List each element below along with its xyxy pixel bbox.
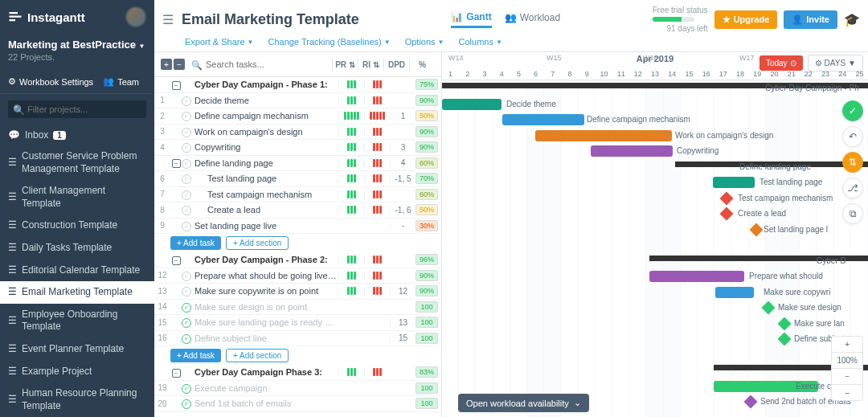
task-row[interactable]: −Cyber Day Campaign - Phase 2:96%: [154, 252, 441, 268]
search-tasks-input[interactable]: [190, 57, 327, 72]
bar-label: Work on campaign's design: [675, 131, 773, 140]
sidebar-project-item[interactable]: ☰Customer Service Problem Management Tem…: [0, 145, 154, 180]
task-row[interactable]: 6✓Test landing page-1, 570%: [154, 171, 441, 187]
sidebar-project-item[interactable]: ☰Email Marketing Template: [0, 281, 154, 304]
task-row[interactable]: −Cyber Day Campaign - Phase 1:75%: [154, 77, 441, 93]
progress-badge: 90%: [416, 95, 438, 106]
bar-label: Define landing page: [739, 162, 811, 171]
days-scale-button[interactable]: ⚙DAYS ▼: [808, 55, 863, 72]
sidebar-project-item[interactable]: ☰Construction Template: [0, 215, 154, 237]
inbox-link[interactable]: 💬 Inbox 1: [0, 125, 154, 145]
sidebar-project-item[interactable]: ☰Editorial Calendar Template: [0, 260, 154, 282]
list-icon: ☰: [8, 157, 17, 170]
list-icon: ☰: [8, 219, 17, 232]
check-circle-icon: ✓: [182, 334, 191, 344]
gantt-bar[interactable]: [715, 287, 754, 298]
collapse-icon[interactable]: −: [172, 256, 181, 265]
gantt-bar[interactable]: [713, 177, 755, 188]
workload-chip[interactable]: Open workload availability⌄: [458, 394, 589, 412]
gantt-bar[interactable]: [502, 114, 584, 125]
export-share-menu[interactable]: Export & Share▼: [185, 37, 254, 47]
sidebar-project-item[interactable]: ☰Example Project: [0, 361, 154, 383]
task-row[interactable]: 15✓Make sure landing page is ready an...…: [154, 315, 441, 331]
collapse-icon[interactable]: −: [172, 81, 181, 90]
gantt-bar[interactable]: [649, 271, 744, 282]
graduation-icon[interactable]: 🎓: [844, 12, 860, 27]
upgrade-button[interactable]: ★Upgrade: [714, 10, 778, 29]
task-name: Make sure landing page is ready an...: [193, 317, 338, 327]
check-circle-icon: ✓: [182, 318, 191, 328]
task-row[interactable]: 16✓Define subject line15100: [154, 331, 441, 347]
today-button[interactable]: Today⊙: [760, 55, 803, 71]
sidebar-project-item[interactable]: ☰Human Resource Planning Template: [0, 382, 154, 417]
task-row[interactable]: 4✓Copywriting390%: [154, 140, 441, 156]
task-row[interactable]: 12✓Prepare what should be going live fi.…: [154, 268, 441, 284]
check-circle-icon: ✓: [182, 206, 191, 215]
copy-button[interactable]: ⧉: [842, 203, 863, 224]
undo-button[interactable]: ↶: [842, 126, 863, 147]
task-row[interactable]: 1✓Decide theme90%: [154, 93, 441, 109]
sidebar-project-item[interactable]: ☰Event Planner Template: [0, 338, 154, 361]
gantt-bar[interactable]: [535, 130, 672, 141]
sidebar-tools: ⚙Workbook Settings 👥Team: [0, 70, 154, 94]
sidebar-project-item[interactable]: ☰Client Management Template: [0, 180, 154, 215]
add-button[interactable]: +: [161, 59, 172, 70]
sidebar-project-item[interactable]: ☰Employee Onboarding Template: [0, 304, 154, 338]
zoom-in[interactable]: +: [832, 337, 862, 353]
tab-workload[interactable]: 👥Workload: [505, 12, 560, 27]
topbar: ☰ Email Marketing Template 📊Gantt 👥Workl…: [154, 0, 868, 35]
task-row[interactable]: −Cyber Day Campaign Phase 3:83%: [154, 365, 441, 381]
task-row[interactable]: 13✓Make sure copywrite is on point1290%: [154, 284, 441, 300]
check-button[interactable]: ✓: [842, 100, 863, 121]
add-task-button[interactable]: + Add task: [170, 236, 221, 250]
sort-button[interactable]: ⇅: [842, 152, 863, 173]
col-pr[interactable]: PR ⇅: [332, 58, 358, 72]
gantt-bar[interactable]: [442, 99, 502, 110]
avatar[interactable]: [125, 6, 146, 27]
task-row[interactable]: −✓Define landing page460%: [154, 156, 441, 172]
team-link[interactable]: 👥Team: [103, 76, 139, 87]
options-menu[interactable]: Options▼: [405, 37, 444, 47]
add-section-button[interactable]: + Add section: [226, 349, 289, 362]
task-row[interactable]: 19✓Execute campaign100: [154, 381, 441, 397]
zoom-reset[interactable]: –: [832, 385, 862, 400]
task-name: Execute campaign: [193, 383, 338, 393]
sidebar-project-item[interactable]: ☰Daily Tasks Template: [0, 237, 154, 260]
task-row[interactable]: 14✓Make sure design is on point100: [154, 300, 441, 316]
gantt-bar[interactable]: [591, 145, 673, 157]
task-row[interactable]: 7✓Test campaign mechanism60%: [154, 187, 441, 203]
collapse-button[interactable]: −: [174, 59, 185, 70]
add-task-button[interactable]: + Add task: [170, 349, 221, 362]
inbox-count: 1: [53, 131, 66, 140]
task-row[interactable]: 2✓Define campaign mechanism150%: [154, 108, 441, 125]
add-section-button[interactable]: + Add section: [226, 236, 289, 250]
task-row[interactable]: 9✓Set landing page live-30%: [154, 219, 441, 235]
task-row[interactable]: 3✓Work on campaign's design90%: [154, 125, 441, 141]
col-ri[interactable]: RI ⇅: [358, 58, 383, 72]
change-tracking-menu[interactable]: Change Tracking (Baselines)▼: [268, 37, 391, 47]
progress-badge: 90%: [416, 285, 438, 296]
task-name: Define subject line: [193, 333, 338, 343]
workbook-settings-link[interactable]: ⚙Workbook Settings: [8, 76, 93, 87]
col-pct[interactable]: %: [409, 58, 435, 72]
list-icon: ☰: [8, 315, 17, 328]
collapse-icon[interactable]: −: [172, 369, 181, 378]
task-row[interactable]: 8✓Create a lead-1, 650%: [154, 202, 441, 219]
list-icon: ☰: [8, 286, 17, 299]
invite-button[interactable]: 👤Invite: [784, 10, 837, 29]
gantt-chart[interactable]: W14W15W16W17 Apr 2019 123456789101112131…: [442, 52, 868, 417]
collapse-icon[interactable]: −: [172, 159, 181, 168]
bar-label: Make sure design: [778, 303, 841, 312]
progress-badge: 83%: [416, 366, 438, 378]
col-dpd[interactable]: DPD: [383, 58, 409, 72]
tab-gantt[interactable]: 📊Gantt: [451, 11, 491, 28]
filter-projects-input[interactable]: [8, 100, 146, 118]
columns-menu[interactable]: Columns▼: [459, 37, 502, 47]
hamburger-icon[interactable]: ☰: [162, 12, 174, 27]
svg-rect-0: [10, 12, 18, 14]
project-switcher[interactable]: Marketing at BestPractice ▼ 22 Projects.: [0, 34, 154, 70]
chevron-down-icon: ▼: [139, 43, 145, 50]
task-row[interactable]: 20✓Send 1st batch of emails100: [154, 396, 441, 412]
zoom-out[interactable]: −: [832, 369, 862, 385]
branch-button[interactable]: ⎇: [842, 178, 863, 198]
